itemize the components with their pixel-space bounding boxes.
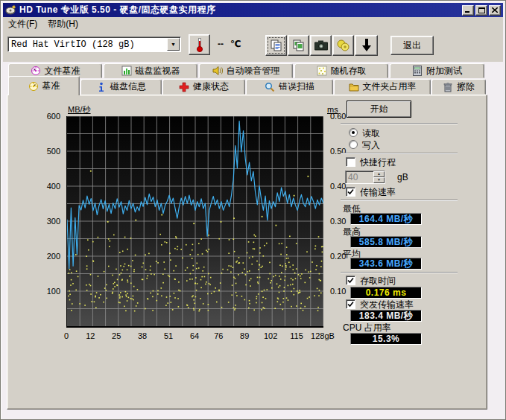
tick-label: 0.30 (330, 217, 346, 226)
transfer-rate-label: 传输速率 (360, 186, 396, 199)
min-value-display: 164.4 MB/秒 (350, 213, 422, 225)
write-radio-label: 写入 (362, 139, 380, 152)
avg-value-display: 343.6 MB/秒 (350, 258, 422, 270)
hd-tune-window: HD Tune 专业版 5.50 - 硬盘/固态硬盘实用程序 文件(F) 帮助(… (0, 0, 506, 420)
tab-label: 基准 (42, 80, 60, 92)
tab-label: 附加测试 (426, 65, 462, 77)
tab-control: 文件基准 磁盘监视器 自动噪音管理 随机存取 附加测试 基准 磁盘信息 (7, 63, 487, 410)
trash-icon (443, 82, 453, 92)
cpu-usage-display: 15.3% (350, 333, 422, 345)
tab-label: 文件夹占用率 (363, 80, 417, 93)
tick-label: 128gB (308, 331, 338, 340)
copy-image-icon (293, 39, 305, 52)
tab-folder-usage[interactable]: 文件夹占用率 (334, 79, 431, 95)
menu-help[interactable]: 帮助(H) (42, 16, 83, 32)
tab-label: 错误扫描 (279, 80, 314, 93)
toolbar: Red Hat VirtIO (128 gB) ▼ -- ℃ (3, 31, 503, 62)
window-title: HD Tune 专业版 5.50 - 硬盘/固态硬盘实用程序 (19, 4, 462, 16)
tick-label: 0.40 (330, 182, 346, 191)
read-radio-label: 读取 (362, 127, 380, 140)
coins-icon (337, 39, 350, 51)
camera-icon (314, 40, 328, 51)
x-axis-ticks: 012253851647689102115128gB (66, 330, 323, 340)
tab-label: 磁盘信息 (110, 80, 146, 93)
tab-disk-info[interactable]: 磁盘信息 (80, 79, 162, 95)
separator (341, 200, 458, 201)
separator (341, 272, 458, 273)
calculator-icon (412, 66, 423, 76)
screenshot-button[interactable] (310, 35, 332, 56)
tick-label: 200 (47, 252, 60, 261)
spin-down-icon[interactable]: ▼ (373, 177, 385, 183)
benchmark-plot (66, 116, 323, 328)
tick-label: 0.10 (330, 287, 346, 296)
write-radio[interactable] (349, 140, 358, 149)
minimize-button[interactable] (462, 5, 474, 16)
gauge-yellow-icon (28, 81, 39, 92)
left-axis-ticks: 600500400300200100 (29, 116, 62, 326)
benchmark-plot-svg (67, 116, 323, 326)
spin-up-icon[interactable]: ▲ (373, 171, 385, 177)
copy-image-button[interactable] (288, 35, 309, 56)
health-cross-icon (179, 82, 189, 92)
access-time-label: 存取时间 (360, 275, 396, 287)
tick-label: 600 (47, 112, 60, 121)
read-radio[interactable] (349, 128, 358, 137)
tab-health[interactable]: 健康状态 (162, 79, 245, 95)
copy-text-icon (271, 39, 282, 52)
burst-rate-display: 183.4 MB/秒 (350, 310, 422, 322)
left-axis-unit: MB/秒 (68, 104, 91, 115)
transfer-rate-checkbox[interactable] (346, 187, 355, 197)
tick-label: 100 (47, 287, 60, 296)
short-stroke-unit: gB (397, 172, 408, 182)
separator (341, 123, 458, 124)
temperature-unit: ℃ (230, 39, 241, 49)
title-bar[interactable]: HD Tune 专业版 5.50 - 硬盘/固态硬盘实用程序 (3, 3, 503, 17)
tick-label: 300 (47, 217, 60, 226)
thermometer-icon (197, 38, 203, 51)
gauge-magenta-icon (31, 66, 41, 76)
burst-rate-checkbox[interactable] (346, 299, 355, 309)
save-results-button[interactable] (355, 35, 378, 56)
tab-label: 擦除 (457, 80, 475, 93)
down-arrow-icon (361, 39, 372, 52)
tab-label: 随机存取 (331, 65, 367, 77)
tick-label: 500 (47, 147, 60, 156)
short-stroke-checkbox[interactable] (346, 157, 355, 167)
tab-extra-tests[interactable]: 附加测试 (390, 63, 484, 78)
maximize-button[interactable] (475, 5, 487, 16)
chevron-down-icon[interactable]: ▼ (167, 38, 180, 51)
access-time-checkbox[interactable] (346, 276, 355, 285)
close-button[interactable] (489, 5, 501, 16)
tab-disk-monitor[interactable]: 磁盘监视器 (104, 63, 197, 78)
disk-monitor-icon (121, 66, 132, 76)
tab-aam[interactable]: 自动噪音管理 (199, 63, 293, 78)
donate-button[interactable] (332, 35, 354, 56)
tick-label: 0.60 (330, 112, 346, 121)
copy-text-button[interactable] (265, 35, 287, 56)
menu-file[interactable]: 文件(F) (3, 16, 42, 32)
tab-erase[interactable]: 擦除 (431, 79, 486, 95)
tick-label: 400 (47, 182, 60, 191)
speaker-icon (212, 66, 223, 76)
max-value-display: 585.8 MB/秒 (350, 236, 422, 248)
tab-benchmark[interactable]: 基准 (8, 76, 80, 95)
tick-label: 0.50 (330, 147, 346, 156)
random-access-icon (317, 66, 327, 76)
magnifier-icon (265, 82, 275, 92)
access-time-display: 0.176 ms (350, 287, 422, 299)
tab-label: 自动噪音管理 (227, 65, 280, 77)
tab-label: 磁盘监视器 (136, 65, 180, 77)
exit-button[interactable]: 退出 (390, 36, 434, 55)
tab-label: 健康状态 (193, 80, 229, 93)
start-button[interactable]: 开始 (347, 101, 411, 118)
tab-error-scan[interactable]: 错误扫描 (246, 79, 333, 95)
menu-bar: 文件(F) 帮助(H) (3, 17, 503, 31)
tab-random-access[interactable]: 随机存取 (294, 63, 388, 78)
info-icon (96, 82, 107, 92)
temperature-value: -- (218, 39, 224, 49)
drive-select-value: Red Hat VirtIO (128 gB) (8, 39, 167, 50)
drive-select[interactable]: Red Hat VirtIO (128 gB) ▼ (7, 36, 181, 52)
short-stroke-spinner[interactable]: 40 ▲▼ (345, 171, 385, 184)
temperature-button[interactable] (189, 34, 210, 55)
